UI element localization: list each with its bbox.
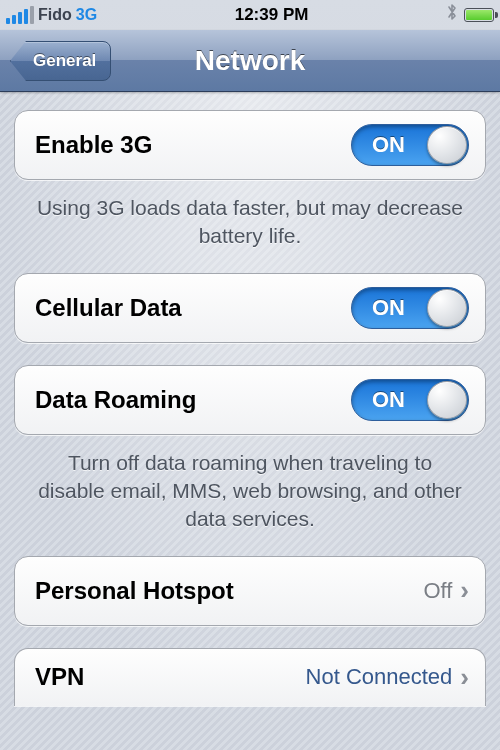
row-value: Off <box>423 578 452 604</box>
row-data-roaming[interactable]: Data Roaming ON <box>14 365 486 435</box>
bluetooth-icon <box>446 3 458 26</box>
row-label: Personal Hotspot <box>35 577 234 605</box>
note-data-roaming: Turn off data roaming when traveling to … <box>14 435 486 556</box>
settings-content: Enable 3G ON Using 3G loads data faster,… <box>0 92 500 750</box>
status-clock: 12:39 PM <box>235 5 309 25</box>
toggle-on-label: ON <box>372 387 405 413</box>
toggle-on-label: ON <box>372 132 405 158</box>
status-left: Fido 3G <box>6 6 97 24</box>
toggle-on-label: ON <box>372 295 405 321</box>
row-cellular-data[interactable]: Cellular Data ON <box>14 273 486 343</box>
toggle-data-roaming[interactable]: ON <box>351 379 469 421</box>
row-label: Data Roaming <box>35 386 196 414</box>
signal-strength-icon <box>6 6 34 24</box>
row-enable-3g[interactable]: Enable 3G ON <box>14 110 486 180</box>
chevron-right-icon: › <box>460 662 469 693</box>
toggle-knob-icon <box>427 126 467 164</box>
note-enable-3g: Using 3G loads data faster, but may decr… <box>14 180 486 273</box>
row-vpn[interactable]: VPN Not Connected › <box>14 648 486 706</box>
status-bar: Fido 3G 12:39 PM <box>0 0 500 30</box>
nav-bar: General Network <box>0 30 500 92</box>
carrier-label: Fido <box>38 6 72 24</box>
row-label: Cellular Data <box>35 294 182 322</box>
toggle-enable-3g[interactable]: ON <box>351 124 469 166</box>
page-title: Network <box>195 45 305 77</box>
back-button-label: General <box>33 51 96 71</box>
toggle-knob-icon <box>427 289 467 327</box>
toggle-cellular-data[interactable]: ON <box>351 287 469 329</box>
row-personal-hotspot[interactable]: Personal Hotspot Off › <box>14 556 486 626</box>
chevron-right-icon: › <box>460 575 469 606</box>
row-value: Not Connected <box>306 664 453 690</box>
battery-icon <box>464 8 494 22</box>
status-right <box>446 4 494 27</box>
back-button[interactable]: General <box>10 41 111 81</box>
row-label: VPN <box>35 663 84 691</box>
network-type-label: 3G <box>76 6 97 24</box>
toggle-knob-icon <box>427 381 467 419</box>
row-label: Enable 3G <box>35 131 152 159</box>
